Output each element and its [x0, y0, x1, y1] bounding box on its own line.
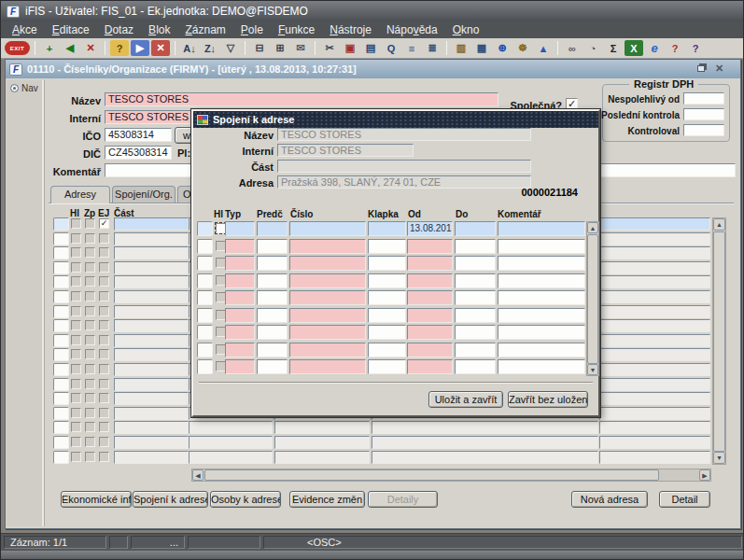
ej-checkbox[interactable]	[99, 320, 109, 330]
menu-zaznam[interactable]: Záznam	[177, 21, 232, 38]
klapka-cell[interactable]	[368, 273, 406, 288]
nav-button[interactable]: Nav	[10, 83, 38, 93]
address-cell[interactable]	[274, 421, 370, 434]
komentar-cell[interactable]	[498, 343, 585, 357]
cislo-cell[interactable]	[289, 359, 366, 374]
close-without-save-button[interactable]: Zavřít bez uložení	[508, 391, 588, 408]
menu-pole[interactable]: Pole	[233, 21, 271, 38]
dialog-scroll-thumb[interactable]	[587, 234, 598, 364]
row-selector[interactable]	[53, 305, 69, 318]
cast-cell[interactable]	[114, 217, 189, 231]
helm-icon[interactable]: ☸	[513, 40, 532, 56]
cast-cell[interactable]	[114, 275, 189, 288]
hl-checkbox[interactable]	[71, 247, 81, 258]
row-selector[interactable]	[53, 319, 69, 332]
zp-checkbox[interactable]	[85, 452, 95, 462]
scroll-up-icon[interactable]: ▲	[713, 218, 725, 231]
row-selector[interactable]	[53, 436, 69, 449]
detail-button[interactable]: Detail	[659, 491, 710, 508]
cislo-cell[interactable]	[289, 290, 366, 305]
cast-cell[interactable]	[114, 334, 189, 347]
zp-checkbox[interactable]	[85, 364, 95, 374]
ej-checkbox[interactable]	[99, 379, 109, 389]
cut-icon[interactable]: ✂	[320, 40, 339, 56]
row-selector[interactable]	[53, 451, 69, 464]
predc-cell[interactable]	[257, 290, 288, 305]
evidence-zmen-button[interactable]: Evidence změn	[289, 491, 365, 508]
cast-cell[interactable]	[114, 305, 189, 318]
exit-button-icon[interactable]: EXIT	[5, 41, 30, 55]
od-cell[interactable]	[407, 343, 453, 357]
sum-icon[interactable]: Σ	[604, 40, 623, 56]
do-cell[interactable]	[455, 221, 496, 236]
print-icon[interactable]: ⊟	[250, 40, 269, 56]
typ-cell[interactable]	[225, 359, 255, 374]
ej-checkbox[interactable]	[99, 291, 109, 301]
zp-checkbox[interactable]	[85, 233, 95, 244]
sort-ascending-icon[interactable]: A↓	[180, 40, 199, 56]
komentar-cell[interactable]	[498, 290, 585, 305]
nova-adresa-button[interactable]: Nová adresa	[571, 491, 648, 508]
address-cell[interactable]	[274, 451, 370, 464]
cast-cell[interactable]	[114, 290, 189, 303]
hl-checkbox[interactable]	[71, 349, 81, 359]
klapka-cell[interactable]	[368, 221, 406, 236]
hl-checkbox[interactable]	[71, 320, 81, 330]
query-execute-icon[interactable]: ▶	[131, 40, 149, 56]
address-cell[interactable]	[599, 319, 710, 332]
address-cell[interactable]	[599, 261, 710, 274]
nazev-field[interactable]: TESCO STORES	[105, 92, 498, 106]
ekonomicke-inf-button[interactable]: Ekonomické inf.	[61, 491, 132, 508]
motorcycle-icon[interactable]: ∞	[563, 40, 582, 56]
zp-checkbox[interactable]	[85, 408, 95, 418]
dialog-row-selector[interactable]	[197, 343, 213, 357]
typ-cell[interactable]	[225, 343, 255, 357]
do-cell[interactable]	[455, 273, 496, 288]
do-cell[interactable]	[455, 359, 496, 374]
dialog-row-selector[interactable]	[197, 290, 213, 305]
tab-spojeni-org[interactable]: Spojení/Org.	[112, 186, 175, 203]
klapka-cell[interactable]	[368, 290, 406, 305]
od-cell[interactable]	[407, 308, 453, 323]
menu-okno[interactable]: Okno	[445, 21, 487, 38]
hl-checkbox[interactable]	[71, 452, 81, 462]
hl-checkbox[interactable]	[71, 408, 81, 418]
klapka-cell[interactable]	[368, 239, 406, 254]
ej-checkbox[interactable]	[99, 393, 109, 403]
filter-icon[interactable]: ▽	[221, 40, 240, 56]
zp-checkbox[interactable]	[85, 349, 95, 359]
cast-cell[interactable]	[114, 319, 189, 332]
hl-checkbox[interactable]	[71, 262, 81, 273]
address-cell[interactable]	[599, 436, 710, 449]
hl-checkbox[interactable]	[71, 437, 81, 447]
ej-checkbox[interactable]	[99, 247, 109, 258]
ej-checkbox[interactable]	[99, 364, 109, 374]
predc-cell[interactable]	[257, 325, 288, 340]
ej-checkbox[interactable]	[99, 276, 109, 287]
cislo-cell[interactable]	[289, 308, 366, 323]
klapka-cell[interactable]	[368, 256, 406, 271]
address-cell[interactable]	[372, 421, 598, 434]
zp-checkbox[interactable]	[85, 218, 95, 229]
typ-cell[interactable]	[225, 290, 255, 305]
cast-cell[interactable]	[114, 436, 189, 449]
zp-checkbox[interactable]	[85, 335, 95, 345]
predc-cell[interactable]	[257, 239, 288, 254]
address-cell[interactable]	[599, 363, 710, 376]
spojeni-k-adrese-button[interactable]: Spojení k adrese	[133, 491, 208, 508]
dic-field[interactable]: CZ45308314	[105, 146, 172, 160]
nespolehlivy-field[interactable]	[683, 92, 724, 105]
hl-checkbox[interactable]	[71, 335, 81, 345]
hl-checkbox[interactable]	[71, 422, 81, 432]
cislo-cell[interactable]	[289, 343, 366, 357]
menu-editace[interactable]: Editace	[45, 21, 97, 38]
address-cell[interactable]	[599, 305, 710, 318]
address-cell[interactable]	[372, 451, 598, 464]
klapka-cell[interactable]	[368, 325, 406, 340]
predc-cell[interactable]	[257, 273, 288, 288]
typ-cell[interactable]	[225, 308, 255, 323]
menu-dotaz[interactable]: Dotaz	[97, 21, 141, 38]
hl-checkbox[interactable]	[71, 393, 81, 403]
predc-cell[interactable]	[257, 308, 288, 323]
od-cell[interactable]	[407, 359, 453, 374]
